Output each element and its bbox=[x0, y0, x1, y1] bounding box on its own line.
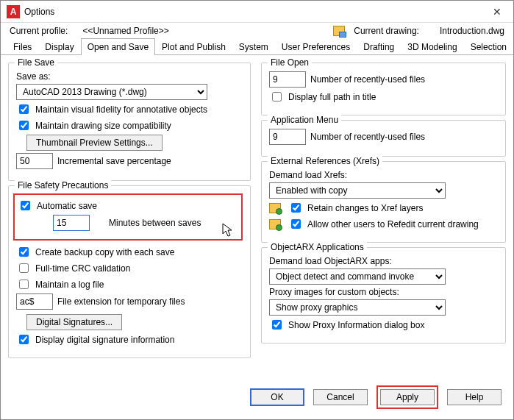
tab-plot-and-publish[interactable]: Plot and Publish bbox=[155, 38, 232, 55]
display-signature-checkbox[interactable] bbox=[19, 335, 29, 344]
appmenu-recent-label: Number of recently-used files bbox=[310, 132, 425, 142]
proxy-images-label: Proxy images for custom objects: bbox=[269, 287, 399, 297]
demand-arx-select[interactable]: Object detect and command invoke bbox=[269, 268, 446, 285]
group-file-safety: File Safety Precautions Automatic save M… bbox=[8, 185, 251, 358]
display-signature-label: Display digital signature information bbox=[35, 335, 174, 345]
options-dialog: A Options ✕ Current profile: <<Unnamed P… bbox=[0, 0, 514, 420]
group-file-safety-title: File Safety Precautions bbox=[15, 180, 111, 191]
group-file-open: File Open Number of recently-used files … bbox=[261, 63, 506, 115]
refedit-checkbox[interactable] bbox=[291, 219, 301, 229]
size-compat-label: Maintain drawing size compatibility bbox=[35, 121, 171, 131]
temp-ext-label: File extension for temporary files bbox=[57, 296, 185, 307]
group-file-save-title: File Save bbox=[15, 57, 57, 68]
cancel-button[interactable]: Cancel bbox=[313, 389, 368, 405]
group-application-menu-title: Application Menu bbox=[268, 115, 341, 125]
help-button[interactable]: Help bbox=[447, 389, 501, 405]
proxy-info-checkbox[interactable] bbox=[272, 320, 282, 330]
dialog-footer: OK Cancel Apply Help bbox=[1, 375, 513, 419]
current-drawing-label: Current drawing: bbox=[354, 26, 419, 36]
appmenu-recent-input[interactable] bbox=[269, 129, 306, 145]
tab-content: File Save Save as: AutoCAD 2013 Drawing … bbox=[1, 55, 513, 375]
drawing-icon bbox=[333, 26, 345, 36]
tab-selection[interactable]: Selection bbox=[464, 38, 513, 55]
full-path-label: Display full path in title bbox=[288, 92, 376, 102]
autosave-highlight: Automatic save Minutes between saves bbox=[13, 193, 243, 241]
apply-highlight: Apply bbox=[376, 385, 438, 409]
crc-label: Full-time CRC validation bbox=[35, 263, 130, 274]
tab-user-preferences[interactable]: User Preferences bbox=[275, 38, 357, 55]
current-profile-label: Current profile: bbox=[10, 26, 68, 36]
window-title: Options bbox=[24, 7, 54, 17]
digital-signatures-button[interactable]: Digital Signatures... bbox=[26, 314, 122, 330]
incremental-save-input[interactable] bbox=[16, 153, 53, 169]
retain-xref-checkbox[interactable] bbox=[291, 203, 301, 213]
tab-system[interactable]: System bbox=[232, 38, 275, 55]
save-as-label: Save as: bbox=[16, 71, 51, 82]
group-xrefs: External References (Xrefs) Demand load … bbox=[261, 161, 506, 243]
group-application-menu: Application Menu Number of recently-used… bbox=[261, 120, 506, 157]
close-icon[interactable]: ✕ bbox=[480, 1, 513, 23]
log-file-label: Maintain a log file bbox=[35, 280, 104, 290]
incremental-save-label: Incremental save percentage bbox=[57, 156, 171, 166]
ok-button[interactable]: OK bbox=[250, 388, 304, 406]
demand-xrefs-select[interactable]: Enabled with copy bbox=[269, 182, 446, 199]
retain-xref-label: Retain changes to Xref layers bbox=[307, 203, 423, 213]
apply-button[interactable]: Apply bbox=[380, 389, 435, 405]
header-row: Current profile: <<Unnamed Profile>> Cur… bbox=[1, 23, 513, 38]
annotative-fidelity-label: Maintain visual fidelity for annotative … bbox=[35, 104, 207, 115]
log-file-checkbox[interactable] bbox=[19, 280, 29, 289]
app-icon: A bbox=[7, 5, 20, 18]
group-xrefs-title: External References (Xrefs) bbox=[268, 156, 382, 166]
save-as-select[interactable]: AutoCAD 2013 Drawing (*.dwg) bbox=[16, 84, 207, 100]
tab-display[interactable]: Display bbox=[38, 38, 80, 55]
tab-drafting[interactable]: Drafting bbox=[357, 38, 401, 55]
backup-copy-checkbox[interactable] bbox=[19, 247, 29, 257]
group-file-save: File Save Save as: AutoCAD 2013 Drawing … bbox=[8, 63, 251, 181]
tab-files[interactable]: Files bbox=[7, 38, 38, 55]
tab-open-and-save[interactable]: Open and Save bbox=[81, 38, 155, 55]
group-objectarx-title: ObjectARX Applications bbox=[268, 242, 367, 252]
tabstrip: Files Display Open and Save Plot and Pub… bbox=[1, 38, 513, 55]
crc-checkbox[interactable] bbox=[19, 263, 29, 273]
refedit-label: Allow other users to Refedit current dra… bbox=[307, 219, 479, 229]
recent-files-input[interactable] bbox=[269, 71, 306, 88]
demand-arx-label: Demand load ObjectARX apps: bbox=[269, 256, 392, 266]
proxy-info-label: Show Proxy Information dialog box bbox=[288, 320, 424, 330]
autosave-minutes-label: Minutes between saves bbox=[109, 218, 201, 228]
group-objectarx: ObjectARX Applications Demand load Objec… bbox=[261, 247, 506, 344]
backup-copy-label: Create backup copy with each save bbox=[35, 247, 174, 257]
size-compat-checkbox[interactable] bbox=[19, 121, 29, 130]
temp-ext-input[interactable] bbox=[16, 293, 53, 310]
automatic-save-label: Automatic save bbox=[37, 201, 97, 211]
current-drawing-value: Introduction.dwg bbox=[440, 26, 504, 36]
xref-retain-icon bbox=[269, 203, 281, 213]
annotative-fidelity-checkbox[interactable] bbox=[19, 104, 29, 114]
proxy-images-select[interactable]: Show proxy graphics bbox=[269, 299, 446, 316]
full-path-checkbox[interactable] bbox=[272, 92, 282, 102]
current-profile-value: <<Unnamed Profile>> bbox=[82, 26, 168, 36]
tab-3d-modeling[interactable]: 3D Modeling bbox=[401, 38, 463, 55]
titlebar: A Options ✕ bbox=[1, 1, 513, 23]
group-file-open-title: File Open bbox=[268, 57, 312, 68]
thumbnail-preview-button[interactable]: Thumbnail Preview Settings... bbox=[26, 135, 163, 151]
demand-xrefs-label: Demand load Xrefs: bbox=[269, 170, 347, 180]
automatic-save-checkbox[interactable] bbox=[21, 201, 30, 210]
autosave-minutes-input[interactable] bbox=[53, 215, 90, 231]
recent-files-label: Number of recently-used files bbox=[310, 74, 425, 85]
xref-refedit-icon bbox=[269, 219, 281, 229]
